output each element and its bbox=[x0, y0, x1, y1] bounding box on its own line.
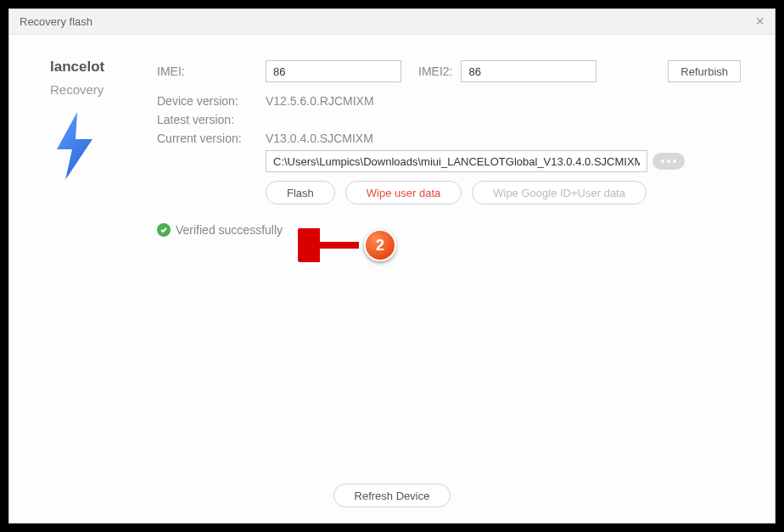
device-version-label: Device version: bbox=[157, 94, 266, 108]
refresh-device-button[interactable]: Refresh Device bbox=[333, 484, 451, 507]
flash-button[interactable]: Flash bbox=[266, 181, 335, 204]
imei-label: IMEI: bbox=[157, 64, 257, 78]
footer-row: Refresh Device bbox=[9, 484, 775, 507]
latest-version-row: Latest version: bbox=[157, 113, 741, 126]
recovery-flash-window: Recovery flash × lancelot Recovery bbox=[8, 8, 776, 524]
current-version-label: Current version: bbox=[157, 132, 266, 145]
close-icon[interactable]: × bbox=[755, 13, 764, 31]
device-version-row: Device version: V12.5.6.0.RJCMIXM bbox=[157, 94, 741, 108]
device-sidebar: lancelot Recovery bbox=[50, 59, 143, 180]
wipe-google-id-button[interactable]: Wipe Google ID+User data bbox=[472, 181, 647, 204]
checkmark-icon bbox=[157, 223, 171, 237]
refurbish-button[interactable]: Refurbish bbox=[668, 60, 741, 82]
firmware-path-row bbox=[266, 150, 741, 172]
device-mode: Recovery bbox=[50, 82, 143, 97]
latest-version-label: Latest version: bbox=[157, 113, 266, 126]
device-details: IMEI: IMEI2: Refurbish Device version: V… bbox=[157, 60, 741, 237]
current-version-value: V13.0.4.0.SJCMIXM bbox=[266, 132, 373, 145]
browse-button[interactable] bbox=[652, 153, 685, 170]
device-name: lancelot bbox=[50, 59, 143, 76]
status-text: Verified successfully bbox=[176, 223, 283, 237]
device-version-value: V12.5.6.0.RJCMIXM bbox=[266, 94, 374, 108]
lightning-icon bbox=[50, 112, 143, 180]
window-title: Recovery flash bbox=[20, 15, 92, 28]
svg-marker-0 bbox=[57, 112, 92, 180]
imei2-label: IMEI2: bbox=[418, 64, 452, 78]
content-area: lancelot Recovery IMEI: IMEI2 bbox=[9, 35, 775, 523]
wipe-user-data-button[interactable]: Wipe user data bbox=[345, 181, 462, 204]
titlebar: Recovery flash × bbox=[9, 9, 775, 35]
imei-row: IMEI: IMEI2: Refurbish bbox=[157, 60, 741, 82]
firmware-path-input[interactable] bbox=[266, 150, 647, 172]
imei-input[interactable] bbox=[266, 60, 401, 82]
action-buttons-row: Flash Wipe user data Wipe Google ID+User… bbox=[266, 181, 741, 204]
imei2-input[interactable] bbox=[461, 60, 596, 82]
status-row: Verified successfully bbox=[157, 223, 741, 237]
current-version-row: Current version: V13.0.4.0.SJCMIXM bbox=[157, 132, 741, 145]
